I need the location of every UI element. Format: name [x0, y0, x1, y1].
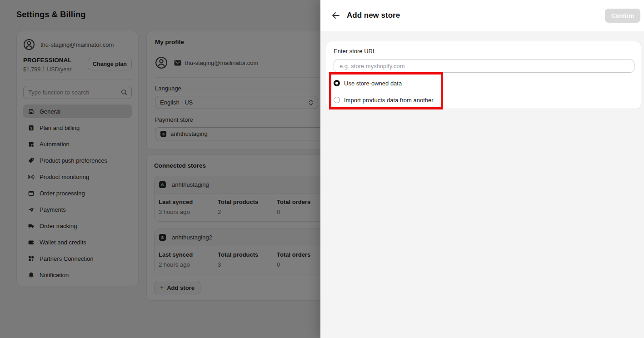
radio-selected-icon[interactable] [334, 80, 340, 86]
option-use-store-owned-data[interactable]: Use store-owned data [334, 79, 634, 88]
option-import-products-data[interactable]: Import products data from another [334, 95, 634, 104]
store-url-input[interactable] [334, 60, 634, 73]
option-label: Import products data from another [344, 97, 434, 104]
confirm-button[interactable]: Confirm [605, 9, 640, 23]
store-url-form-card: Enter store URL Use store-owned data Imp… [326, 41, 641, 109]
option-label: Use store-owned data [344, 80, 402, 87]
drawer-title: Add new store [347, 11, 400, 20]
drawer-header: Add new store Confirm [320, 0, 644, 31]
add-new-store-drawer: Add new store Confirm Enter store URL Us… [320, 0, 644, 338]
store-url-label: Enter store URL [334, 48, 634, 55]
data-source-options: Use store-owned data Import products dat… [334, 79, 634, 104]
back-arrow-button[interactable] [330, 10, 342, 21]
radio-unselected-icon[interactable] [334, 97, 340, 103]
